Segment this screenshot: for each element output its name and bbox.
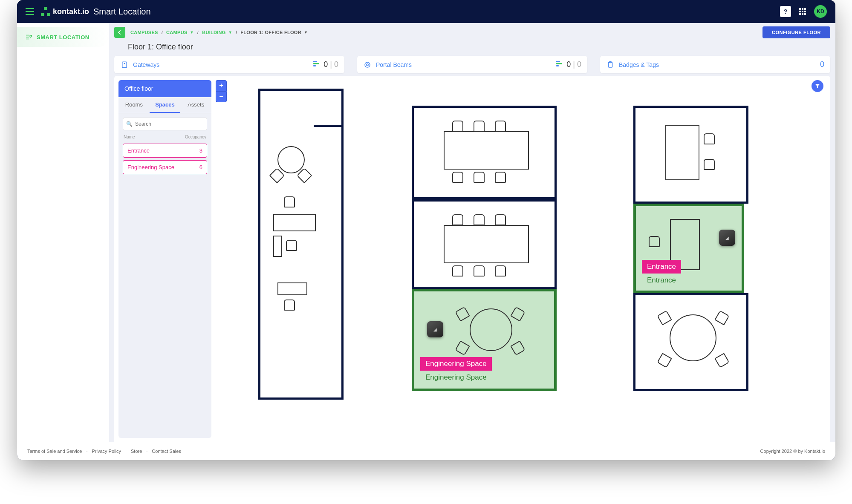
breadcrumb: CAMPUSES / CAMPUS▼ / BUILDING▼ / FLOOR 1… <box>130 30 308 35</box>
main-area: SMART LOCATION CAMPUSES / CAMPUS▼ / BUIL… <box>17 23 835 442</box>
crumb-floor[interactable]: FLOOR 1: OFFICE FLOOR▼ <box>240 30 308 35</box>
chair <box>704 133 715 144</box>
location-icon <box>25 33 32 41</box>
configure-floor-button[interactable]: CONFIGURE FLOOR <box>762 26 830 38</box>
side-panel: Office floor Rooms Spaces Assets 🔍 Name <box>118 80 211 438</box>
zoom-in-button[interactable]: + <box>216 80 227 91</box>
chair <box>455 340 470 356</box>
beacon-device[interactable]: ◢ <box>719 230 735 246</box>
chevron-down-icon: ▼ <box>190 30 194 35</box>
chair <box>452 121 463 132</box>
space-tag-entrance: Entrance <box>642 260 681 274</box>
chair <box>649 236 660 247</box>
desk <box>277 282 307 295</box>
chair <box>657 353 672 368</box>
tab-assets[interactable]: Assets <box>180 97 211 113</box>
stat-card-gateways[interactable]: Gateways 0 | 0 <box>114 56 344 73</box>
desk <box>273 214 316 231</box>
col-name: Name <box>124 135 135 139</box>
space-row-engineering[interactable]: Engineering Space 6 <box>123 160 207 174</box>
footer-link-privacy[interactable]: Privacy Policy <box>92 449 121 454</box>
zoom-out-button[interactable]: − <box>216 91 227 102</box>
tab-rooms[interactable]: Rooms <box>118 97 150 113</box>
svg-rect-1 <box>802 8 803 10</box>
footer-copyright: Copyright 2022 © by Kontakt.io <box>760 449 825 454</box>
stat-cards: Gateways 0 | 0 Portal Beams 0 | 0 <box>114 56 830 73</box>
room-engineering-space[interactable]: ◢ Engineering Space Engineering Space <box>412 289 557 391</box>
chair <box>284 300 295 311</box>
svg-point-9 <box>30 35 32 37</box>
tab-spaces[interactable]: Spaces <box>150 97 181 113</box>
zoom-controls: + − <box>216 80 227 102</box>
space-tag-engineering: Engineering Space <box>420 357 492 371</box>
beacon-device[interactable]: ◢ <box>427 321 443 337</box>
space-name: Entrance <box>127 147 150 154</box>
chevron-down-icon: ▼ <box>304 30 308 35</box>
crumb-building[interactable]: BUILDING▼ <box>202 30 232 35</box>
logo[interactable]: kontakt.io <box>41 7 89 16</box>
bar-chart-icon <box>313 61 319 69</box>
chair <box>495 172 506 183</box>
space-row-entrance[interactable]: Entrance 3 <box>123 144 207 158</box>
conference-table <box>444 225 529 263</box>
svg-rect-8 <box>804 13 806 15</box>
stat-card-badges[interactable]: Badges & Tags 0 <box>600 56 830 73</box>
stat-value: 0 | 0 <box>566 60 581 69</box>
footer-link-terms[interactable]: Terms of Sale and Service <box>27 449 82 454</box>
apps-grid-icon[interactable] <box>797 6 808 17</box>
crumb-campus[interactable]: CAMPUS▼ <box>166 30 194 35</box>
stat-label: Badges & Tags <box>619 61 659 68</box>
menu-icon[interactable] <box>26 6 36 17</box>
footer: Terms of Sale and Service · Privacy Poli… <box>17 442 835 460</box>
workspace: Office floor Rooms Spaces Assets 🔍 Name <box>114 76 830 442</box>
panel-tabs: Rooms Spaces Assets <box>118 97 211 113</box>
floorplan: ◢ Engineering Space Engineering Space <box>241 84 817 434</box>
room-right-bottom <box>633 293 748 391</box>
svg-rect-7 <box>802 13 803 15</box>
chair <box>452 172 463 183</box>
crumb-campuses[interactable]: CAMPUSES <box>130 30 158 35</box>
stat-label: Portal Beams <box>376 61 412 68</box>
chair <box>452 265 463 276</box>
chair <box>510 306 526 322</box>
chair <box>286 240 297 251</box>
gateway-icon <box>120 60 129 69</box>
help-icon[interactable]: ? <box>780 6 791 17</box>
space-name: Engineering Space <box>127 164 174 170</box>
room-left-ext <box>314 89 344 127</box>
cabinet <box>273 236 282 257</box>
chair <box>474 172 485 183</box>
chair <box>474 265 485 276</box>
page-title: Floor 1: Office floor <box>114 41 830 53</box>
content: CAMPUSES / CAMPUS▼ / BUILDING▼ / FLOOR 1… <box>109 23 835 442</box>
chair <box>474 121 485 132</box>
footer-link-contact[interactable]: Contact Sales <box>152 449 181 454</box>
room-entrance[interactable]: ◢ Entrance Entrance <box>633 204 744 293</box>
room-right-top <box>633 106 748 204</box>
stat-value: 0 | 0 <box>323 60 338 69</box>
sidebar-item-smart-location[interactable]: SMART LOCATION <box>17 27 109 47</box>
stat-label: Gateways <box>133 61 159 68</box>
search-input[interactable] <box>123 118 207 130</box>
stat-card-portal-beams[interactable]: Portal Beams 0 | 0 <box>357 56 587 73</box>
chair <box>455 306 470 322</box>
chair <box>657 310 672 325</box>
chair <box>714 353 730 368</box>
avatar[interactable]: KD <box>814 5 827 18</box>
filter-button[interactable] <box>812 80 823 92</box>
space-count: 6 <box>199 164 202 170</box>
list-headers: Name Occupancy <box>123 133 207 141</box>
search-icon: 🔍 <box>126 121 133 127</box>
svg-point-13 <box>367 63 369 66</box>
search-wrap: 🔍 <box>123 118 207 130</box>
app-frame: kontakt.io Smart Location ? KD SMART LOC… <box>17 0 835 460</box>
portal-beam-icon <box>363 60 372 69</box>
room-conf-mid <box>412 199 557 289</box>
back-button[interactable] <box>114 27 125 38</box>
filter-icon <box>814 83 820 89</box>
space-label-entrance: Entrance <box>642 274 681 287</box>
footer-links: Terms of Sale and Service · Privacy Poli… <box>27 449 181 454</box>
footer-link-store[interactable]: Store <box>131 449 142 454</box>
badge-icon <box>606 60 615 69</box>
floorplan-canvas[interactable]: + − <box>216 80 826 438</box>
